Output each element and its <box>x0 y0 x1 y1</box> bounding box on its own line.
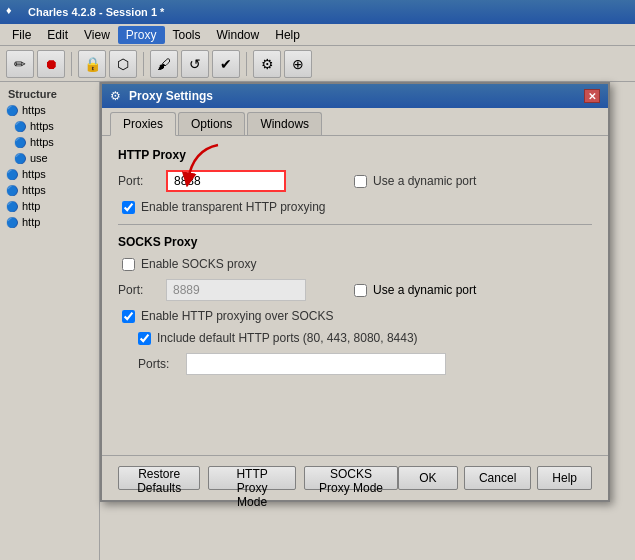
sidebar-item-4[interactable]: 🔵 https <box>0 166 99 182</box>
http-port-row: Port: Use a dynamic port <box>118 170 592 192</box>
http-port-input[interactable] <box>166 170 286 192</box>
sidebar-item-6[interactable]: 🔵 http <box>0 198 99 214</box>
socks-ports-label: Ports: <box>138 357 178 371</box>
toolbar: ✏ ⏺ 🔒 ⬡ 🖌 ↺ ✔ ⚙ ⊕ <box>0 46 635 82</box>
sidebar-item-2[interactable]: 🔵 https <box>0 134 99 150</box>
menu-proxy[interactable]: Proxy <box>118 26 165 44</box>
menu-bar: File Edit View Proxy Tools Window Help <box>0 24 635 46</box>
tab-content-proxies: HTTP Proxy Port: <box>102 135 608 455</box>
dialog-title: Proxy Settings <box>129 89 213 103</box>
dialog-icon: ⚙ <box>110 89 121 103</box>
toolbar-sep-2 <box>143 52 144 76</box>
app-icon: ♦ <box>6 4 22 20</box>
tree-icon: 🔵 <box>6 169 18 180</box>
socks-ports-input[interactable] <box>186 353 446 375</box>
tab-bar: Proxies Options Windows <box>102 108 608 135</box>
btn-group-left: Restore Defaults HTTP Proxy Mode SOCKS P… <box>118 466 398 490</box>
menu-tools[interactable]: Tools <box>165 26 209 44</box>
sidebar-item-5[interactable]: 🔵 https <box>0 182 99 198</box>
toolbar-btn-refresh[interactable]: ↺ <box>181 50 209 78</box>
socks-dynamic-port-checkbox[interactable] <box>354 284 367 297</box>
tree-icon: 🔵 <box>14 121 26 132</box>
toolbar-btn-hex[interactable]: ⬡ <box>109 50 137 78</box>
sidebar-item-0[interactable]: 🔵 https <box>0 102 99 118</box>
socks-port-input[interactable] <box>166 279 306 301</box>
toolbar-btn-record[interactable]: ⏺ <box>37 50 65 78</box>
enable-socks-label: Enable SOCKS proxy <box>141 257 256 271</box>
menu-edit[interactable]: Edit <box>39 26 76 44</box>
socks-proxy-section-title: SOCKS Proxy <box>118 235 592 249</box>
menu-file[interactable]: File <box>4 26 39 44</box>
dialog-title-bar: ⚙ Proxy Settings ✕ <box>102 84 608 108</box>
cancel-button[interactable]: Cancel <box>464 466 531 490</box>
enable-transparent-checkbox[interactable] <box>122 201 135 214</box>
http-dynamic-port-container: Use a dynamic port <box>354 174 476 188</box>
http-dynamic-port-label: Use a dynamic port <box>373 174 476 188</box>
toolbar-btn-gear[interactable]: ⚙ <box>253 50 281 78</box>
proxy-settings-dialog: ⚙ Proxy Settings ✕ Proxies Options Windo… <box>100 82 610 502</box>
title-bar: ♦ Charles 4.2.8 - Session 1 * <box>0 0 635 24</box>
tree-icon: 🔵 <box>14 153 26 164</box>
socks-dynamic-port-label: Use a dynamic port <box>373 283 476 297</box>
tab-options[interactable]: Options <box>178 112 245 135</box>
toolbar-btn-check[interactable]: ✔ <box>212 50 240 78</box>
sidebar-header: Structure <box>0 86 99 102</box>
socks-port-label: Port: <box>118 283 158 297</box>
http-proxy-mode-button[interactable]: HTTP Proxy Mode <box>208 466 296 490</box>
ok-button[interactable]: OK <box>398 466 458 490</box>
dialog-buttons: Restore Defaults HTTP Proxy Mode SOCKS P… <box>102 455 608 500</box>
enable-http-over-socks-row: Enable HTTP proxying over SOCKS <box>118 309 592 323</box>
toolbar-sep-1 <box>71 52 72 76</box>
socks-port-row: Port: Use a dynamic port <box>118 279 592 301</box>
enable-transparent-row: Enable transparent HTTP proxying <box>118 200 592 214</box>
enable-socks-checkbox[interactable] <box>122 258 135 271</box>
menu-window[interactable]: Window <box>209 26 268 44</box>
http-port-label: Port: <box>118 174 158 188</box>
menu-help[interactable]: Help <box>267 26 308 44</box>
help-button[interactable]: Help <box>537 466 592 490</box>
include-default-ports-row: Include default HTTP ports (80, 443, 808… <box>118 331 592 345</box>
http-proxy-section-title: HTTP Proxy <box>118 148 592 162</box>
enable-transparent-label: Enable transparent HTTP proxying <box>141 200 326 214</box>
include-default-ports-checkbox[interactable] <box>138 332 151 345</box>
dialog-close-button[interactable]: ✕ <box>584 89 600 103</box>
toolbar-btn-pencil[interactable]: ✏ <box>6 50 34 78</box>
socks-dynamic-port-container: Use a dynamic port <box>354 283 476 297</box>
enable-http-over-socks-checkbox[interactable] <box>122 310 135 323</box>
tree-icon: 🔵 <box>6 201 18 212</box>
toolbar-sep-3 <box>246 52 247 76</box>
http-dynamic-port-checkbox[interactable] <box>354 175 367 188</box>
tree-icon: 🔵 <box>14 137 26 148</box>
restore-defaults-button[interactable]: Restore Defaults <box>118 466 200 490</box>
include-default-ports-label: Include default HTTP ports (80, 443, 808… <box>157 331 418 345</box>
sidebar-item-1[interactable]: 🔵 https <box>0 118 99 134</box>
toolbar-btn-globe[interactable]: ⊕ <box>284 50 312 78</box>
sidebar-item-7[interactable]: 🔵 http <box>0 214 99 230</box>
sidebar-item-3[interactable]: 🔵 use <box>0 150 99 166</box>
enable-socks-row: Enable SOCKS proxy <box>118 257 592 271</box>
sidebar: Structure 🔵 https 🔵 https 🔵 https 🔵 use … <box>0 82 100 560</box>
main-layout: Structure 🔵 https 🔵 https 🔵 https 🔵 use … <box>0 82 635 560</box>
btn-group-right: OK Cancel Help <box>398 466 592 490</box>
section-separator <box>118 224 592 225</box>
toolbar-btn-lock[interactable]: 🔒 <box>78 50 106 78</box>
socks-proxy-mode-button[interactable]: SOCKS Proxy Mode <box>304 466 398 490</box>
app-title: Charles 4.2.8 - Session 1 * <box>28 6 629 18</box>
tree-icon: 🔵 <box>6 217 18 228</box>
toolbar-btn-brush[interactable]: 🖌 <box>150 50 178 78</box>
tab-proxies[interactable]: Proxies <box>110 112 176 136</box>
menu-view[interactable]: View <box>76 26 118 44</box>
tree-icon: 🔵 <box>6 105 18 116</box>
tree-icon: 🔵 <box>6 185 18 196</box>
enable-http-over-socks-label: Enable HTTP proxying over SOCKS <box>141 309 334 323</box>
socks-ports-row: Ports: <box>118 353 592 375</box>
tab-windows[interactable]: Windows <box>247 112 322 135</box>
